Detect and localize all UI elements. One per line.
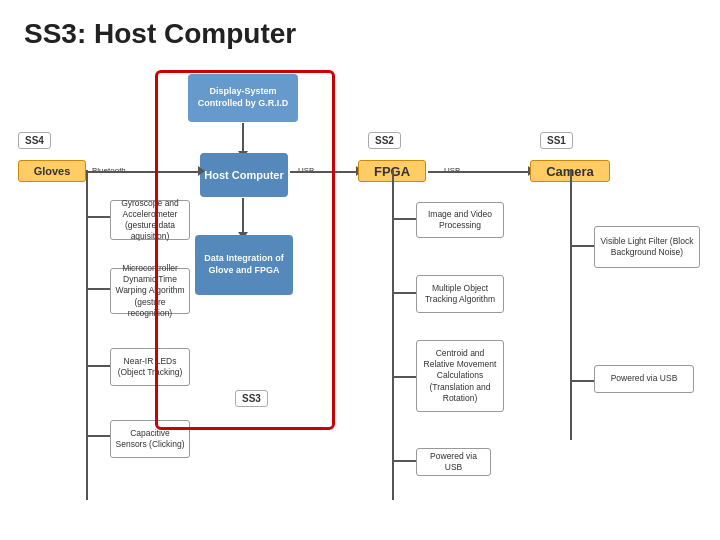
img-hline bbox=[394, 218, 416, 220]
left-vline bbox=[86, 170, 88, 500]
multiple-object-box: Multiple Object Tracking Algorithm bbox=[416, 275, 504, 313]
vis-hline bbox=[572, 245, 594, 247]
mot-hline bbox=[394, 292, 416, 294]
fpga-to-camera-line bbox=[428, 171, 530, 173]
ss4-label: SS4 bbox=[18, 132, 51, 149]
gyro-hline bbox=[88, 216, 110, 218]
fpga-usb-hline bbox=[394, 460, 416, 462]
centroid-hline bbox=[394, 376, 416, 378]
centroid-box: Centroid and Relative Movement Calculati… bbox=[416, 340, 504, 412]
micro-hline bbox=[88, 288, 110, 290]
image-video-box: Image and Video Processing bbox=[416, 202, 504, 238]
ss3-highlight bbox=[155, 70, 335, 430]
ss1-label: SS1 bbox=[540, 132, 573, 149]
ss2-label: SS2 bbox=[368, 132, 401, 149]
gloves-box: Gloves bbox=[18, 160, 86, 182]
page-title: SS3: Host Computer bbox=[0, 0, 720, 60]
camera-powered-box: Powered via USB bbox=[594, 365, 694, 393]
camera-vline bbox=[570, 170, 572, 440]
fpga-powered-box: Powered via USB bbox=[416, 448, 491, 476]
diagram-area: SS4 SS2 SS1 SS3 Display-System Controlle… bbox=[0, 70, 720, 540]
nearir-hline bbox=[88, 365, 110, 367]
visible-light-box: Visible Light Filter (Block Background N… bbox=[594, 226, 700, 268]
cap-hline bbox=[88, 435, 110, 437]
cam-usb-hline bbox=[572, 380, 594, 382]
